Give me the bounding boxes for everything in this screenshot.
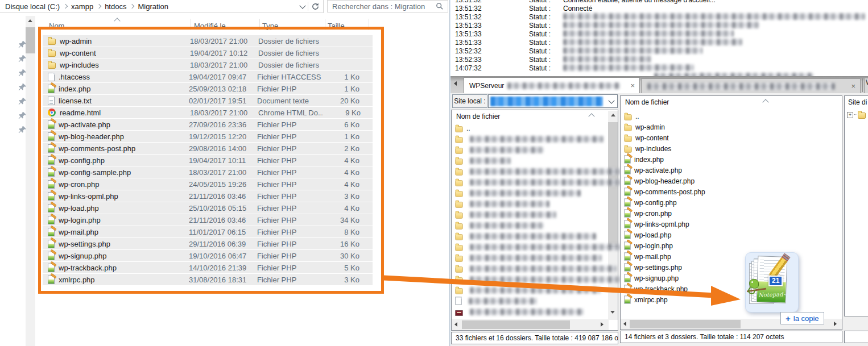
log-time: 13:51:33 — [455, 39, 482, 47]
scroll-right-icon[interactable] — [601, 322, 604, 327]
list-item[interactable]: .. — [621, 111, 705, 122]
list-item[interactable]: wp-mail.php — [621, 251, 705, 262]
file-name-redacted — [470, 190, 581, 197]
list-item[interactable]: wp-load.php — [621, 230, 705, 240]
file-icon — [455, 234, 462, 240]
file-icon — [624, 295, 630, 303]
list-item[interactable]: wp-login.php — [621, 240, 705, 251]
log-message-redacted — [563, 64, 694, 71]
log-status-label: Statut : — [529, 0, 551, 4]
file-icon — [455, 202, 462, 207]
file-name: wp-includes — [635, 145, 671, 153]
file-name: wp-trackback.php — [634, 285, 688, 293]
list-item[interactable]: wp-admin — [621, 122, 705, 132]
list-item[interactable]: wp-config.php — [621, 197, 705, 208]
list-item[interactable]: wp-links-opml.php — [621, 219, 705, 230]
tab-second[interactable]: × — [641, 78, 861, 93]
sort-ascending-icon — [762, 99, 768, 105]
file-name: wp-comments-post.php — [634, 188, 705, 196]
list-item[interactable]: wp-comments-post.php — [621, 186, 705, 197]
breadcrumb-segment-migration[interactable]: Migration — [138, 2, 168, 11]
list-item[interactable]: wp-includes — [621, 143, 705, 154]
tab-third-clipped[interactable]: W — [864, 78, 868, 93]
file-name: wp-config.php — [634, 199, 677, 207]
search-icon[interactable] — [436, 2, 444, 10]
remote-status-bar: 14 fichiers et 3 dossiers. Taille totale… — [620, 331, 842, 343]
tab-wpserveur[interactable]: WPServeur × — [464, 77, 640, 93]
file-icon — [624, 136, 631, 141]
refresh-icon[interactable] — [311, 2, 320, 11]
log-time: 13:51:32 — [455, 13, 482, 21]
tree-expand-icon[interactable]: + — [847, 112, 853, 118]
scrollbar-thumb[interactable] — [630, 320, 741, 328]
log-line: 13:52:33 Statut : — [450, 56, 868, 64]
file-icon — [624, 147, 631, 152]
log-status-label: Statut : — [529, 22, 551, 30]
site-local-combobox[interactable] — [488, 94, 618, 108]
file-name: index.php — [634, 156, 664, 164]
scrollbar-thumb[interactable] — [462, 320, 570, 329]
file-icon — [624, 285, 630, 293]
file-name-redacted — [470, 255, 602, 261]
list-item[interactable]: index.php — [621, 154, 705, 165]
log-line: 13:52:32 Statut : — [450, 47, 868, 56]
log-line: 13:51:32 Statut : — [450, 13, 868, 22]
log-status-label: Statut : — [529, 64, 551, 72]
scroll-left-icon[interactable] — [623, 322, 626, 326]
remote-file-pane: Nom de fichier .. wp-admin wp-content wp… — [620, 95, 842, 330]
remote-column-header[interactable]: Nom de fichier — [625, 98, 669, 106]
list-item[interactable]: wp-signup.php — [621, 273, 705, 284]
tab-close-icon[interactable]: × — [630, 81, 635, 90]
list-item[interactable]: wp-content — [621, 132, 705, 143]
file-icon — [455, 137, 462, 143]
breadcrumb-separator-icon — [63, 4, 68, 9]
list-item[interactable]: wp-trackback.php — [621, 284, 705, 294]
breadcrumb-segment-htdocs[interactable]: htdocs — [105, 2, 126, 11]
tab-label-redacted — [647, 83, 835, 90]
list-item[interactable]: wp-blog-header.php — [621, 176, 705, 186]
file-name: wp-signup.php — [634, 274, 679, 282]
file-icon — [624, 125, 631, 131]
list-item[interactable]: wp-activate.php — [621, 165, 705, 176]
file-name: wp-content — [635, 134, 669, 142]
file-icon — [455, 180, 462, 186]
ftp-tab-bar: WPServeur × × W — [450, 76, 868, 93]
local-horizontal-scrollbar[interactable] — [452, 319, 609, 330]
file-icon — [624, 231, 630, 239]
file-icon — [455, 310, 462, 316]
log-time: 13:52:32 — [455, 47, 482, 55]
log-line: 13:51:33 Statut : — [450, 30, 868, 39]
explorer-address-bar[interactable]: Disque local (C:) xampp htdocs Migration — [0, 0, 324, 13]
file-name: wp-links-opml.php — [634, 220, 689, 228]
scroll-up-icon[interactable] — [611, 114, 615, 116]
log-status-label: Statut : — [529, 5, 551, 12]
local-column-header[interactable]: Nom de fichier — [456, 112, 500, 120]
search-placeholder: Rechercher dans : Migration — [328, 2, 436, 11]
log-status-label: Statut : — [529, 56, 551, 64]
site-local-label: Site local : — [452, 94, 487, 108]
file-name: wp-mail.php — [634, 253, 671, 261]
file-icon — [624, 209, 630, 217]
scroll-right-icon[interactable] — [834, 322, 837, 326]
explorer-search-box[interactable]: Rechercher dans : Migration — [327, 0, 448, 12]
scroll-left-icon[interactable] — [454, 322, 457, 327]
file-name-redacted — [470, 244, 639, 251]
notepadpp-brand-text: Notepad++ — [758, 291, 787, 298]
log-status-label: Statut : — [529, 30, 551, 38]
ftp-message-log: 13:51:32 Statut : Connexion établie, att… — [450, 0, 868, 76]
file-name-redacted — [470, 287, 601, 294]
file-name-redacted — [470, 147, 544, 153]
chevron-down-icon[interactable] — [608, 97, 614, 103]
list-item[interactable]: wp-settings.php — [621, 262, 705, 273]
log-message-redacted — [563, 56, 651, 62]
breadcrumb-segment-xampp[interactable]: xampp — [71, 2, 93, 11]
list-item[interactable]: xmlrpc.php — [621, 294, 705, 305]
breadcrumb-segment-drive[interactable]: Disque local (C:) — [5, 2, 60, 11]
file-name-redacted — [470, 168, 640, 175]
list-item[interactable]: wp-cron.php — [621, 208, 705, 219]
address-dropdown-icon[interactable] — [299, 2, 305, 9]
file-name: wp-admin — [635, 123, 665, 131]
tab-scroll-left-icon[interactable] — [454, 81, 457, 86]
log-message-redacted — [563, 47, 702, 54]
tab-close-icon[interactable]: × — [851, 82, 855, 90]
